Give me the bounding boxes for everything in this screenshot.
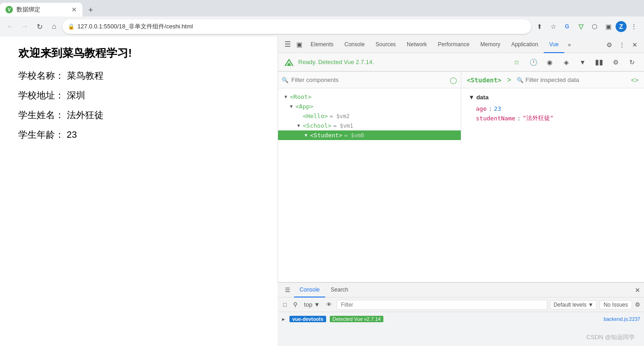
vue-refresh-icon[interactable]: ↻ bbox=[626, 56, 639, 69]
component-label-school: <School> bbox=[303, 122, 332, 129]
cast-icon[interactable]: ⬆ bbox=[533, 20, 546, 33]
console-top-select[interactable]: top ▼ bbox=[302, 300, 322, 309]
school-address-row: 学校地址： 深圳 bbox=[18, 89, 259, 102]
address-label: 学校地址： bbox=[18, 90, 64, 100]
devtools-more-tabs[interactable]: » bbox=[564, 42, 575, 48]
vue-vuex-icon[interactable]: ◉ bbox=[543, 56, 556, 69]
console-source-link[interactable]: backend.js:2237 bbox=[604, 316, 640, 322]
vue-settings-icon[interactable]: ⚙ bbox=[609, 56, 622, 69]
tree-item-root[interactable]: ▼ <Root> bbox=[278, 92, 461, 102]
console-tab-search[interactable]: Search bbox=[325, 283, 354, 297]
tab-elements[interactable]: Elements bbox=[305, 37, 339, 53]
data-value-age: 23 bbox=[494, 105, 501, 112]
inspector-panel: <Student> > 🔍 <> bbox=[461, 72, 644, 144]
age-value: 23 bbox=[67, 130, 77, 140]
components-tree-panel: 🔍 ◯ ▼ <Root> bbox=[278, 72, 461, 144]
inspector-filter: 🔍 bbox=[517, 76, 627, 83]
console-tab-console[interactable]: Console bbox=[294, 283, 325, 297]
tab-network[interactable]: Network bbox=[401, 37, 432, 53]
window-icon[interactable]: ▣ bbox=[602, 20, 615, 33]
vue-split-view: 🔍 ◯ ▼ <Root> bbox=[278, 71, 644, 144]
tree-search-icon: 🔍 bbox=[282, 77, 289, 83]
forward-button[interactable]: → bbox=[18, 20, 31, 33]
console-tab-bar: ☰ Console Search ✕ bbox=[278, 283, 644, 297]
main-area: 欢迎来到菜鸟教程学习! 学校名称： 菜鸟教程 学校地址： 深圳 学生姓名： 法外… bbox=[0, 37, 644, 346]
watermark: CSDN @知远同学 bbox=[586, 333, 635, 341]
vm-ref-school: = $vm1 bbox=[333, 123, 353, 129]
console-filter-input[interactable] bbox=[337, 300, 547, 310]
school-label: 学校名称： bbox=[18, 70, 64, 81]
school-name-row: 学校名称： 菜鸟教程 bbox=[18, 70, 259, 82]
tab-vue[interactable]: Vue bbox=[544, 37, 564, 53]
tree-item-hello[interactable]: <Hello> = $vm2 bbox=[278, 111, 461, 121]
home-button[interactable]: ⌂ bbox=[48, 20, 60, 33]
component-label-app: <App> bbox=[295, 103, 313, 110]
vue-dropdown-icon[interactable]: ▼ bbox=[576, 56, 589, 69]
component-label-hello: <Hello> bbox=[303, 113, 328, 119]
toggle-student: ▼ bbox=[304, 133, 310, 138]
devtools-settings-icon[interactable]: ⚙ bbox=[604, 39, 615, 50]
new-tab-button[interactable]: + bbox=[84, 4, 97, 16]
account-icon[interactable]: Z bbox=[616, 21, 627, 32]
page-content: 欢迎来到菜鸟教程学习! 学校名称： 菜鸟教程 学校地址： 深圳 学生姓名： 法外… bbox=[0, 37, 278, 346]
console-level-dropdown[interactable]: Default levels ▼ bbox=[550, 300, 596, 309]
devtools-settings: ⚙ ⋮ ✕ bbox=[604, 39, 640, 50]
console-eye-icon[interactable]: 👁 bbox=[324, 300, 334, 309]
console-clear-icon[interactable]: ⚲ bbox=[291, 300, 300, 309]
devtools-more-icon[interactable]: ⋮ bbox=[617, 39, 628, 50]
address-bar: ← → ↻ ⌂ 🔒 127.0.0.1:5500/18_非单文件组件/ceshi… bbox=[0, 16, 644, 37]
tree-item-app[interactable]: ▼ <App> bbox=[278, 102, 461, 111]
console-expand-arrow[interactable]: ► bbox=[281, 317, 286, 322]
bookmark-icon[interactable]: ☆ bbox=[547, 20, 560, 33]
back-button[interactable]: ← bbox=[4, 20, 16, 33]
data-row-age: age : 23 bbox=[469, 104, 637, 113]
tree-item-school[interactable]: ▼ <School> = $vm1 bbox=[278, 121, 461, 130]
extensions-icon[interactable]: ⬡ bbox=[588, 20, 601, 33]
tree-refresh-icon[interactable]: ◯ bbox=[450, 76, 457, 84]
vue-panel-header: Ready. Detected Vue 2.7.14. ✩ 🕐 ◉ ◈ ▼ ▮▮… bbox=[278, 53, 644, 71]
vue-ext-icon[interactable]: ▽ bbox=[574, 20, 587, 33]
student-name-row: 学生姓名： 法外狂徒 bbox=[18, 109, 259, 121]
tab-close-button[interactable]: ✕ bbox=[71, 6, 77, 13]
toggle-app: ▼ bbox=[289, 104, 295, 109]
vue-perf-icon[interactable]: ▮▮ bbox=[593, 56, 606, 69]
filter-inspected-input[interactable] bbox=[525, 76, 627, 83]
tree-filter-bar: 🔍 ◯ bbox=[278, 72, 461, 88]
console-close-button[interactable]: ✕ bbox=[635, 287, 640, 294]
data-section-header[interactable]: ▼ data bbox=[469, 94, 637, 101]
devtools-panel-icon[interactable]: ☰ bbox=[282, 37, 294, 53]
vue-components-icon[interactable]: ✩ bbox=[510, 56, 523, 69]
menu-icon[interactable]: ⋮ bbox=[628, 20, 640, 33]
lock-icon: 🔒 bbox=[68, 23, 75, 30]
console-panel-icon[interactable]: ☰ bbox=[281, 287, 294, 293]
inspector-code-icon[interactable]: <> bbox=[631, 76, 639, 84]
devtools-inspect-icon[interactable]: ▣ bbox=[294, 37, 305, 53]
vue-history-icon[interactable]: 🕐 bbox=[527, 56, 540, 69]
console-toolbar: □ ⚲ top ▼ 👁 Default levels ▼ No Issues ⚙ bbox=[278, 297, 644, 312]
devtools-close-icon[interactable]: ✕ bbox=[629, 39, 640, 50]
translate-icon[interactable]: G bbox=[561, 20, 573, 33]
browser-tab[interactable]: V 数据绑定 ✕ bbox=[0, 3, 82, 16]
inspector-search-icon: 🔍 bbox=[517, 77, 524, 83]
console-settings-icon[interactable]: ⚙ bbox=[635, 301, 640, 308]
console-sidebar-icon[interactable]: □ bbox=[281, 300, 289, 309]
vue-devtools-badge: vue-devtools bbox=[289, 316, 326, 322]
filter-components-input[interactable] bbox=[291, 76, 447, 83]
component-label-student: <Student> bbox=[310, 132, 342, 139]
tree-item-student[interactable]: ▼ <Student> = $vm0 bbox=[278, 130, 461, 140]
toggle-school: ▼ bbox=[296, 123, 303, 128]
tab-application[interactable]: Application bbox=[506, 37, 544, 53]
devtools-tab-bar: ☰ ▣ Elements Console Sources Network Per… bbox=[278, 37, 644, 53]
component-label-root: <Root> bbox=[290, 93, 311, 100]
tab-console[interactable]: Console bbox=[339, 37, 370, 53]
data-key-studentname: studentName bbox=[476, 115, 515, 122]
data-row-studentname: studentName : "法外狂徒" bbox=[469, 113, 637, 123]
tab-sources[interactable]: Sources bbox=[370, 37, 401, 53]
component-tree-content: ▼ <Root> ▼ <App> bbox=[278, 88, 461, 144]
address-input-container[interactable]: 🔒 127.0.0.1:5500/18_非单文件组件/ceshi.html bbox=[62, 19, 531, 34]
vue-route-icon[interactable]: ◈ bbox=[560, 56, 573, 69]
refresh-button[interactable]: ↻ bbox=[33, 20, 46, 33]
tab-performance[interactable]: Performance bbox=[432, 37, 475, 53]
vue-status-text: Ready. Detected Vue 2.7.14. bbox=[298, 59, 374, 65]
tab-memory[interactable]: Memory bbox=[475, 37, 506, 53]
